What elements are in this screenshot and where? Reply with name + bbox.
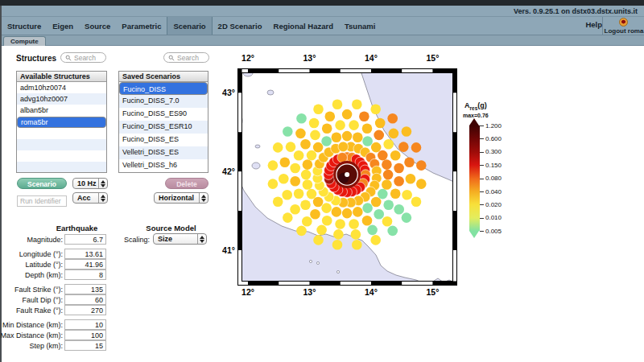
legend-colorbar-segment [469, 218, 480, 231]
acceleration-dot-85km [295, 129, 306, 139]
map-frame [453, 132, 457, 171]
component-select[interactable]: Horizontal [154, 192, 208, 204]
select-stepper-icon [98, 179, 107, 188]
legend-colorbar-segment [469, 204, 480, 217]
acceleration-dot-85km [394, 204, 404, 215]
list-item-alban5br[interactable]: alban5br [17, 105, 106, 116]
list-item-adm10hz0074[interactable]: adm10hz0074 [17, 82, 106, 93]
acceleration-dot-100km [283, 126, 293, 137]
acceleration-dot-70km [310, 209, 320, 220]
acceleration-dot-85km [290, 204, 300, 215]
acceleration-dot-55km [342, 131, 353, 142]
acceleration-dot-70km [290, 163, 300, 174]
menu-tab-structure[interactable]: Structure [2, 17, 47, 35]
field-input-magnitude-[interactable]: 6.7 [64, 234, 106, 245]
acceleration-dot-70km [349, 120, 359, 130]
acceleration-dot-55km [342, 208, 353, 219]
field-input-fault-rake-[interactable]: 270 [64, 305, 106, 315]
legend-max-label: max=0.76 [463, 113, 489, 118]
lake-shape [267, 90, 274, 95]
acceleration-dot-85km [325, 112, 336, 122]
acceleration-dot-100km [352, 100, 362, 110]
acceleration-dot-70km [374, 209, 384, 220]
menu-tab-2d-scenario[interactable]: 2D Scenario [213, 17, 268, 35]
lake-shape [255, 145, 260, 148]
menu-tab-source[interactable]: Source [79, 17, 116, 35]
acceleration-dot-55km [378, 150, 388, 161]
select-stepper-icon [98, 193, 107, 203]
tab-compute[interactable]: Compute [3, 36, 46, 46]
field-input-depth-km-[interactable]: 8 [64, 269, 106, 280]
list-item-Velletri_DISS_h6[interactable]: Velletri_DISS_h6 [119, 159, 208, 172]
list-item-Fucino_DISS_7.0[interactable]: Fucino_DISS_7.0 [119, 95, 208, 108]
field-input-max-distance-km-[interactable]: 100 [64, 330, 106, 340]
acceleration-dot-100km [273, 196, 283, 207]
field-label: Longitude (°): [0, 250, 63, 258]
field-input-step-km-[interactable]: 15 [64, 340, 106, 351]
acceleration-dot-85km [351, 229, 361, 240]
scaling-select[interactable]: Size [153, 233, 207, 245]
run-identifier-input[interactable] [17, 195, 67, 207]
list-item-empty [17, 162, 106, 173]
select-stepper-icon [197, 234, 206, 244]
menu-tab-regional-hazard[interactable]: Regional Hazard [268, 17, 339, 35]
logout-label: Logout roma [603, 27, 644, 35]
field-input-fault-strike-[interactable]: 135 [64, 284, 106, 294]
menu-tab-tsunami[interactable]: Tsunami [339, 17, 381, 35]
delete-button[interactable]: Delete [165, 178, 208, 189]
lon-tick-label: 15° [420, 287, 444, 297]
saved-search-input[interactable]: Search [163, 52, 209, 63]
field-input-longitude-[interactable]: 13.61 [64, 249, 106, 259]
acceleration-dot-55km [362, 203, 373, 213]
help-link[interactable]: Help [585, 20, 602, 29]
app-window: Vers. 0.9.25.1 on dstx03.dstx.units.it S… [0, 0, 644, 362]
legend-tick [480, 231, 484, 232]
map-frame [238, 211, 242, 250]
acceleration-dot-100km [416, 179, 427, 189]
acceleration-dot-55km [353, 207, 363, 217]
legend-tick-label: 0.005 [485, 228, 502, 235]
list-item-Fucino_DISS_ESR10[interactable]: Fucino_DISS_ESR10 [119, 121, 208, 134]
acceleration-dot-100km [268, 179, 279, 189]
acceleration-dot-55km [371, 197, 382, 208]
logout-button[interactable]: Logout roma [602, 17, 644, 35]
available-search-input[interactable]: Search [60, 52, 106, 63]
legend-colorbar-segment [469, 152, 480, 165]
acceleration-dot-55km [332, 207, 342, 217]
legend-colorbar-segment [469, 125, 480, 138]
legend-arrow-up-icon [469, 118, 479, 125]
list-item-advg10hz0007[interactable]: advg10hz0007 [17, 93, 106, 105]
acceleration-dot-85km [342, 109, 353, 120]
menu-tab-parametric[interactable]: Parametric [116, 17, 167, 35]
acceleration-dot-70km [394, 163, 404, 174]
field-label: Magnitude: [0, 236, 63, 244]
field-label: Step (km): [0, 342, 63, 350]
legend-colorbar-segment [469, 138, 480, 151]
quantity-select[interactable]: Acc [72, 192, 108, 204]
island-shape [309, 260, 312, 262]
search-icon [168, 55, 175, 61]
frequency-select[interactable]: 10 Hz [72, 178, 108, 189]
list-item-Fucino_DISS_ES90[interactable]: Fucino_DISS_ES90 [119, 108, 208, 121]
window-top-strip [0, 0, 644, 6]
acceleration-dot-55km [353, 132, 363, 142]
field-input-fault-dip-[interactable]: 60 [64, 294, 106, 305]
list-item-roma5br[interactable]: roma5br [17, 117, 106, 128]
acceleration-dot-40km [338, 142, 349, 152]
legend-colorbar-segment [469, 179, 480, 191]
list-item-Velletri_DISS_ES[interactable]: Velletri_DISS_ES [119, 146, 208, 159]
menu-bar: StructureEigenSourceParametricScenario2D… [0, 17, 644, 35]
field-label: Fault Rake (°): [0, 306, 63, 315]
acceleration-dot-85km [359, 112, 369, 122]
acceleration-dot-70km [310, 130, 320, 141]
menu-tab-scenario[interactable]: Scenario [167, 17, 212, 35]
field-input-latitude-[interactable]: 41.96 [64, 259, 106, 269]
list-item-Fucino_DISS[interactable]: Fucino_DISS [119, 82, 208, 95]
acceleration-dot-70km [383, 139, 394, 150]
menu-tab-eigen[interactable]: Eigen [47, 17, 79, 35]
list-item-Fucino_DISS_ES[interactable]: Fucino_DISS_ES [119, 134, 208, 146]
field-input-min-distance-km-[interactable]: 10 [64, 319, 106, 330]
acceleration-dot-100km [283, 212, 293, 223]
acceleration-dot-100km [402, 126, 412, 137]
scenario-button[interactable]: Scenario [17, 178, 67, 189]
